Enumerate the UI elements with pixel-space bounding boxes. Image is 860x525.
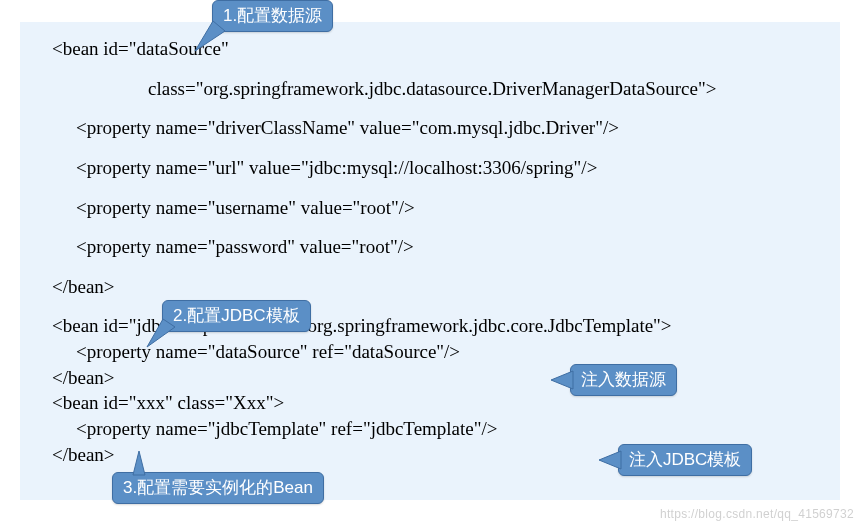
code-line: <property name="username" value="root"/>: [28, 195, 832, 221]
callout-inject-jdbctemplate: 注入JDBC模板: [618, 444, 752, 476]
callout-pointer-icon: [195, 21, 225, 51]
svg-marker-3: [599, 451, 621, 469]
svg-marker-2: [551, 371, 573, 389]
svg-marker-0: [195, 21, 225, 51]
callout-instantiate-bean: 3.配置需要实例化的Bean: [112, 472, 324, 504]
callout-label: 2.配置JDBC模板: [173, 306, 300, 325]
code-line: <bean id="dataSource": [28, 36, 832, 62]
code-line: <property name="url" value="jdbc:mysql:/…: [28, 155, 832, 181]
code-line: <property name="driverClassName" value="…: [28, 115, 832, 141]
callout-pointer-icon: [133, 451, 163, 475]
callout-pointer-icon: [551, 371, 573, 389]
code-block: <bean id="dataSource" class="org.springf…: [20, 22, 840, 500]
code-line: <property name="password" value="root"/>: [28, 234, 832, 260]
callout-datasource: 1.配置数据源: [212, 0, 333, 32]
callout-label: 3.配置需要实例化的Bean: [123, 478, 313, 497]
callout-inject-datasource: 注入数据源: [570, 364, 677, 396]
svg-marker-4: [133, 451, 145, 475]
callout-pointer-icon: [147, 319, 175, 347]
callout-jdbctemplate: 2.配置JDBC模板: [162, 300, 311, 332]
watermark: https://blog.csdn.net/qq_41569732: [660, 507, 854, 521]
code-line: <bean id="xxx" class="Xxx">: [28, 390, 832, 416]
code-line: </bean>: [28, 274, 832, 300]
svg-marker-1: [147, 319, 175, 347]
code-line: </bean>: [28, 365, 832, 391]
code-line: class="org.springframework.jdbc.datasour…: [28, 76, 832, 102]
callout-label: 注入数据源: [581, 370, 666, 389]
code-line: <property name="jdbcTemplate" ref="jdbcT…: [28, 416, 832, 442]
callout-pointer-icon: [599, 451, 621, 469]
callout-label: 1.配置数据源: [223, 6, 322, 25]
callout-label: 注入JDBC模板: [629, 450, 741, 469]
